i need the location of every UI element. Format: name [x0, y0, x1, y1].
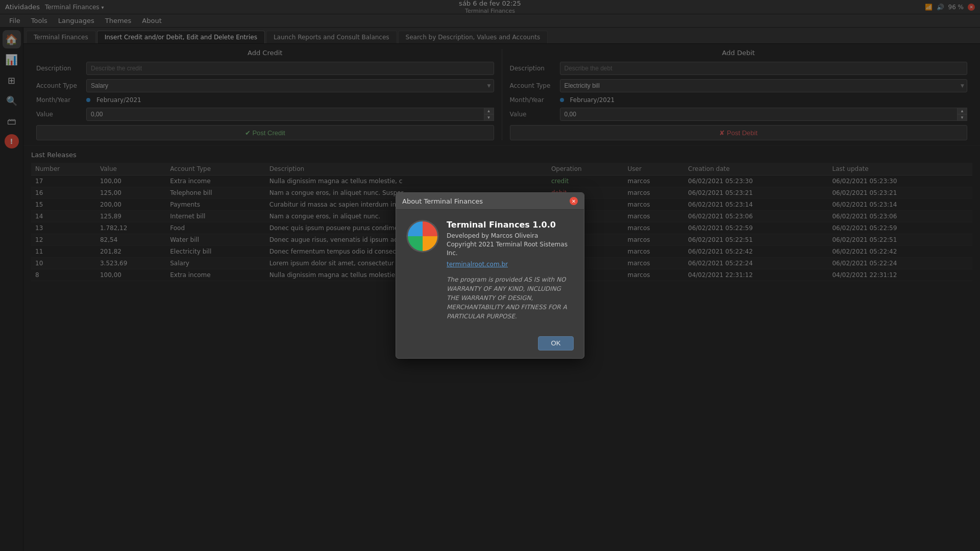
- dialog-body: Terminal Finances 1.0.0 Developed by Mar…: [396, 210, 584, 331]
- about-dialog: About Terminal Finances ✕ Terminal Finan…: [396, 192, 584, 358]
- dialog-warranty-text: The program is provided AS IS with NO WA…: [447, 275, 574, 321]
- dialog-titlebar: About Terminal Finances ✕: [396, 193, 584, 210]
- dialog-title-label: About Terminal Finances: [402, 197, 483, 205]
- dialog-overlay: About Terminal Finances ✕ Terminal Finan…: [0, 0, 980, 551]
- dialog-app-name: Terminal Finances 1.0.0: [447, 220, 574, 230]
- dialog-website-link[interactable]: terminalroot.com.br: [447, 261, 574, 268]
- dialog-close-button[interactable]: ✕: [570, 197, 578, 205]
- dialog-content: Terminal Finances 1.0.0 Developed by Mar…: [447, 220, 574, 320]
- dialog-ok-button[interactable]: OK: [538, 336, 574, 350]
- dialog-icon-graphic: [406, 220, 439, 253]
- dialog-app-icon: [406, 220, 439, 253]
- dialog-footer: OK: [396, 331, 584, 358]
- dialog-developer: Developed by Marcos Oliveira Copyright 2…: [447, 232, 574, 257]
